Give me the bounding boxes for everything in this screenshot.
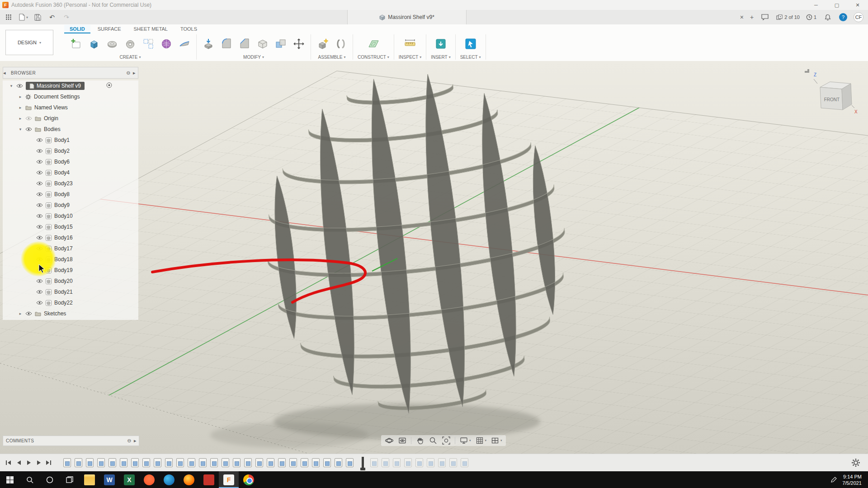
timeline-feature-icon[interactable] — [108, 458, 116, 467]
eye-icon[interactable] — [36, 279, 43, 283]
taskbar-app-button[interactable] — [179, 471, 199, 488]
taskbar-app-button[interactable]: W — [99, 471, 119, 488]
display-settings-icon[interactable]: ▾ — [459, 436, 471, 445]
eye-icon[interactable] — [36, 290, 43, 294]
orbit-icon[interactable] — [385, 436, 394, 445]
notification-history[interactable]: 1 — [806, 14, 816, 20]
new-component-icon[interactable] — [316, 37, 330, 51]
tree-row-body[interactable]: Body23 — [3, 178, 138, 189]
chevron-right-icon[interactable]: ▸ — [133, 70, 136, 76]
bell-icon[interactable] — [823, 12, 833, 22]
redo-icon[interactable]: ↷ — [61, 12, 71, 22]
timeline-feature-icon[interactable] — [154, 458, 161, 467]
press-pull-icon[interactable] — [201, 37, 216, 51]
step-back-button[interactable] — [14, 458, 24, 467]
ribbon-tab[interactable]: SOLID — [64, 25, 90, 33]
construct-group-label[interactable]: CONSTRUCT▾ — [358, 55, 389, 60]
minimize-button[interactable]: ─ — [806, 0, 826, 10]
job-status[interactable]: 2 of 10 — [776, 14, 800, 20]
timeline-feature-icon[interactable] — [370, 458, 378, 467]
timeline-feature-icon[interactable] — [449, 458, 457, 467]
timeline-feature-icon[interactable] — [176, 458, 184, 467]
expander-icon[interactable]: ▸ — [18, 105, 23, 110]
chevron-right-icon[interactable]: ▸ — [134, 438, 137, 444]
new-tab-icon[interactable]: + — [750, 14, 754, 21]
maximize-button[interactable]: ▢ — [826, 0, 847, 10]
grid-display-icon[interactable]: ▾ — [475, 436, 487, 445]
expander-icon[interactable]: ▾ — [18, 127, 23, 131]
timeline-feature-icon[interactable] — [142, 458, 150, 467]
joint-icon[interactable] — [334, 37, 348, 51]
ink-workspace-icon[interactable] — [830, 477, 837, 483]
eye-icon[interactable] — [36, 235, 43, 240]
timeline-feature-icon[interactable] — [86, 458, 94, 467]
timeline-feature-icon[interactable] — [75, 458, 82, 467]
activate-radio-icon[interactable] — [106, 82, 112, 89]
timeline-feature-icon[interactable] — [278, 458, 286, 467]
shell-icon[interactable] — [255, 37, 270, 51]
timeline-feature-icon[interactable] — [63, 458, 71, 467]
fillet-icon[interactable] — [219, 37, 234, 51]
insert-group-label[interactable]: INSERT▾ — [431, 55, 451, 60]
cortana-button[interactable] — [40, 471, 60, 488]
tree-row-body[interactable]: Body1 — [3, 135, 138, 145]
create-sketch-icon[interactable] — [69, 37, 83, 51]
tree-row-bodies[interactable]: ▾ Bodies — [3, 124, 138, 135]
go-to-start-button[interactable] — [4, 458, 14, 467]
timeline-feature-icon[interactable] — [404, 458, 412, 467]
assemble-group-label[interactable]: ASSEMBLE▾ — [318, 55, 346, 60]
eye-icon[interactable] — [25, 311, 32, 316]
tree-row-body[interactable]: Body22 — [3, 297, 138, 308]
expander-icon[interactable]: ▸ — [18, 94, 23, 99]
tree-row-body[interactable]: Body6 — [3, 156, 138, 167]
ribbon-tab[interactable]: SURFACE — [92, 25, 127, 33]
viewports-icon[interactable]: ▾ — [491, 436, 502, 445]
expander-icon[interactable]: ▾ — [9, 84, 14, 88]
avatar[interactable]: CF — [854, 12, 863, 22]
construction-plane-icon[interactable] — [366, 37, 381, 51]
play-button[interactable] — [24, 458, 33, 467]
step-forward-button[interactable] — [33, 458, 43, 467]
timeline-feature-icon[interactable] — [244, 458, 252, 467]
close-button[interactable]: ✕ — [847, 0, 868, 10]
chamfer-icon[interactable] — [237, 37, 252, 51]
file-menu-icon[interactable]: ▾ — [18, 12, 28, 22]
select-icon[interactable] — [463, 37, 478, 51]
document-tab[interactable]: Massironi Shelf v9* — [347, 10, 467, 24]
tree-row-body[interactable]: Body8 — [3, 189, 138, 200]
eye-icon[interactable] — [36, 181, 43, 186]
inspect-group-label[interactable]: INSPECT▾ — [399, 55, 421, 60]
timeline-feature-icon[interactable] — [97, 458, 105, 467]
view-cube[interactable]: FRONT Z X — [800, 66, 860, 117]
app-grid-icon[interactable] — [4, 12, 14, 22]
measure-icon[interactable] — [403, 37, 417, 51]
eye-icon[interactable] — [36, 149, 43, 153]
browser-header[interactable]: ◂ BROWSER ⊖ ▸ — [3, 67, 138, 79]
tree-row-body[interactable]: Body15 — [3, 221, 138, 232]
eye-icon[interactable] — [36, 192, 43, 197]
timeline-feature-icon[interactable] — [382, 458, 389, 467]
tree-row-root[interactable]: ▾ Massironi Shelf v9 — [3, 80, 138, 91]
go-to-end-button[interactable] — [43, 458, 53, 467]
timeline-feature-icon[interactable] — [438, 458, 446, 467]
create-form-icon[interactable] — [159, 37, 174, 51]
preferences-gear-icon[interactable] — [851, 458, 861, 469]
taskbar-clock[interactable]: 9:14 PM 7/5/2021 — [842, 474, 862, 486]
timeline-feature-icon[interactable] — [188, 458, 195, 467]
create-group-label[interactable]: CREATE▾ — [120, 55, 141, 60]
tree-row-document-settings[interactable]: ▸ Document Settings — [3, 91, 138, 102]
tree-row-origin[interactable]: ▸ Origin — [3, 113, 138, 124]
tree-row-sketches[interactable]: ▸ Sketches — [3, 308, 138, 319]
timeline-feature-icon[interactable] — [165, 458, 173, 467]
timeline-feature-icon[interactable] — [415, 458, 423, 467]
timeline-feature-icon[interactable] — [427, 458, 434, 467]
tree-row-body[interactable]: Body2 — [3, 145, 138, 156]
taskbar-app-button[interactable] — [139, 471, 159, 488]
timeline-position-marker[interactable] — [362, 457, 364, 469]
timeline-feature-icon[interactable] — [210, 458, 218, 467]
timeline-feature-icon[interactable] — [199, 458, 207, 467]
taskbar-app-button[interactable] — [80, 471, 99, 488]
insert-icon[interactable] — [434, 37, 448, 51]
taskbar-app-button[interactable]: F — [219, 471, 239, 488]
fit-view-icon[interactable] — [442, 436, 451, 445]
